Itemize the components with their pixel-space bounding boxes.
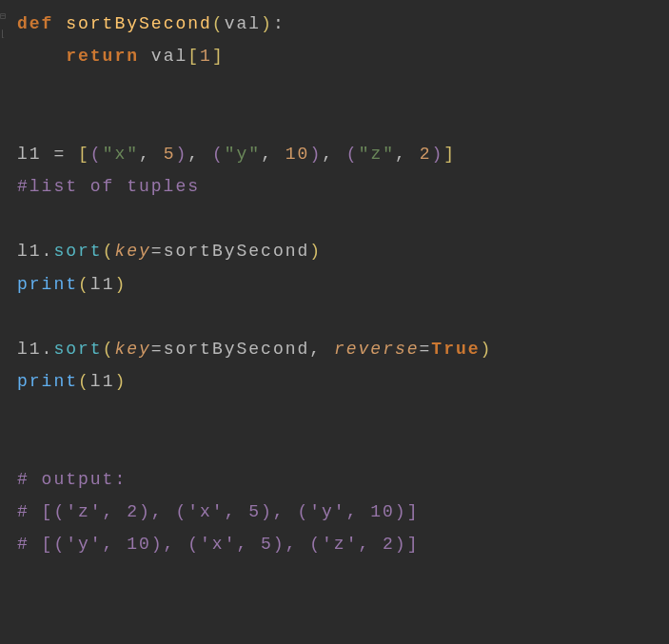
variable: val: [151, 47, 187, 66]
string-literal: "z": [359, 145, 395, 164]
fold-end-icon: ⌊: [0, 26, 8, 44]
function-name: sortBySecond: [66, 14, 212, 33]
code-line-7: [17, 203, 669, 235]
builtin-call: print: [17, 275, 78, 294]
code-line-5: l1 = [("x", 5), ("y", 10), ("z", 2)]: [17, 138, 669, 170]
comment: # output:: [17, 470, 127, 489]
code-line-9: print(l1): [17, 268, 669, 301]
method-call: sort: [53, 340, 102, 359]
paren-close: ): [261, 14, 273, 33]
argument-value: sortBySecond: [164, 242, 310, 261]
argument: l1: [90, 275, 115, 294]
paren-open: (: [212, 14, 225, 33]
keyword-return: return: [66, 47, 139, 66]
code-line-12: print(l1): [17, 365, 669, 398]
variable: l1: [17, 242, 42, 261]
code-line-11: l1.sort(key=sortBySecond, reverse=True): [17, 333, 669, 365]
string-literal: "x": [103, 145, 139, 164]
code-line-16: # [('z', 2), ('x', 5), ('y', 10)]: [17, 496, 669, 528]
code-line-10: [17, 301, 669, 333]
code-editor: ⊟def sortBySecond(val): ⌊ return val[1] …: [0, 8, 669, 560]
keyword-argument: reverse: [334, 340, 420, 359]
code-line-8: l1.sort(key=sortBySecond): [17, 235, 669, 267]
argument-value: sortBySecond: [164, 340, 310, 359]
comment: #list of tuples: [17, 177, 200, 196]
boolean-literal: True: [431, 340, 480, 359]
code-line-2: ⌊ return val[1]: [17, 40, 669, 72]
code-line-13: [17, 398, 669, 430]
code-line-1: ⊟def sortBySecond(val):: [17, 8, 669, 40]
number-literal: 5: [164, 145, 176, 164]
code-line-6: #list of tuples: [17, 170, 669, 203]
number-literal: 1: [200, 47, 212, 66]
code-line-3: [17, 72, 669, 105]
code-line-14: [17, 430, 669, 462]
parameter: val: [225, 14, 261, 33]
variable: l1: [17, 340, 42, 359]
code-line-15: # output:: [17, 463, 669, 496]
method-call: sort: [53, 242, 102, 261]
keyword-argument: key: [114, 242, 150, 261]
keyword-def: def: [17, 14, 53, 33]
number-literal: 10: [285, 145, 310, 164]
argument: l1: [90, 372, 115, 391]
code-line-4: [17, 106, 669, 138]
comment: # [('y', 10), ('x', 5), ('z', 2)]: [17, 535, 419, 554]
fold-marker-icon: ⊟: [0, 8, 8, 26]
variable: l1: [17, 145, 42, 164]
string-literal: "y": [225, 145, 261, 164]
builtin-call: print: [17, 372, 78, 391]
comment: # [('z', 2), ('x', 5), ('y', 10)]: [17, 502, 419, 521]
number-literal: 2: [420, 145, 432, 164]
keyword-argument: key: [114, 340, 150, 359]
code-line-17: # [('y', 10), ('x', 5), ('z', 2)]: [17, 528, 669, 560]
